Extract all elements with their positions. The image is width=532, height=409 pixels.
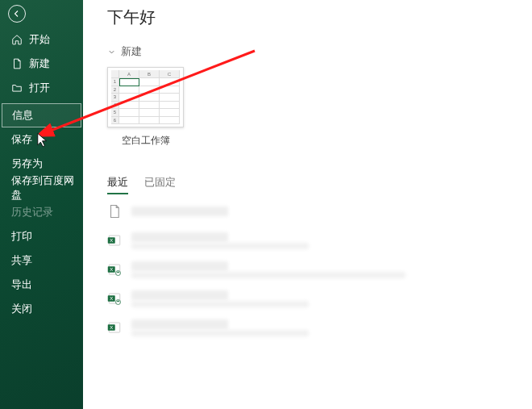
excel-shared-file-icon: X <box>107 261 122 278</box>
sidebar-item-label: 历史记录 <box>11 205 53 219</box>
sidebar-item-info[interactable]: 信息 <box>2 103 81 127</box>
sidebar-item-label: 打印 <box>11 229 32 244</box>
svg-point-12 <box>118 301 119 303</box>
new-section-toggle[interactable]: 新建 <box>107 44 532 59</box>
recent-item[interactable] <box>107 202 532 220</box>
sidebar-item-label: 信息 <box>12 108 33 123</box>
sidebar-item-print[interactable]: 打印 <box>0 224 83 248</box>
svg-point-11 <box>116 300 121 305</box>
sidebar-item-label: 导出 <box>11 278 32 292</box>
svg-point-7 <box>118 272 119 273</box>
excel-shared-file-icon: X <box>107 290 122 307</box>
recent-item[interactable]: X <box>107 232 532 249</box>
excel-file-icon: X <box>107 232 122 249</box>
svg-text:X: X <box>110 238 113 243</box>
sidebar-item-label: 新建 <box>29 56 50 71</box>
sidebar-item-new[interactable]: 新建 <box>0 52 83 76</box>
recent-list: X X X X <box>107 202 532 336</box>
sidebar-item-share[interactable]: 共享 <box>0 248 83 273</box>
generic-doc-icon <box>107 202 122 220</box>
sidebar-item-label: 保存 <box>11 132 32 147</box>
home-icon <box>11 34 23 45</box>
svg-point-6 <box>116 271 121 276</box>
back-arrow-icon <box>12 9 22 19</box>
recent-item[interactable]: X <box>107 319 532 336</box>
sidebar-item-label: 关闭 <box>11 302 32 316</box>
sidebar-item-label: 共享 <box>11 253 32 268</box>
sidebar-item-save-as[interactable]: 另存为 <box>0 152 83 176</box>
svg-text:X: X <box>110 296 113 301</box>
sidebar-item-home[interactable]: 开始 <box>0 27 83 52</box>
sidebar-item-label: 另存为 <box>11 157 43 171</box>
chevron-down-icon <box>107 48 116 56</box>
new-doc-icon <box>11 58 23 69</box>
svg-text:X: X <box>110 325 113 330</box>
sidebar-item-close[interactable]: 关闭 <box>0 297 83 321</box>
new-section-label: 新建 <box>121 44 142 59</box>
template-blank-workbook[interactable]: ABC 1 2 3 4 5 6 空白工作簿 <box>107 67 184 148</box>
sidebar-item-history: 历史记录 <box>0 200 83 224</box>
sidebar-item-save[interactable]: 保存 <box>0 127 83 152</box>
sidebar-item-label: 开始 <box>29 32 50 47</box>
excel-file-icon: X <box>107 319 122 336</box>
recent-item[interactable]: X <box>107 261 532 278</box>
template-label: 空白工作簿 <box>122 134 170 148</box>
recent-item[interactable]: X <box>107 290 532 307</box>
sidebar-item-save-baidu[interactable]: 保存到百度网盘 <box>0 176 83 200</box>
sidebar-item-open[interactable]: 打开 <box>0 76 83 100</box>
sidebar-item-label: 打开 <box>29 81 50 95</box>
tab-pinned[interactable]: 已固定 <box>144 175 176 194</box>
sidebar-item-export[interactable]: 导出 <box>0 273 83 297</box>
svg-text:X: X <box>110 267 113 272</box>
tab-recent[interactable]: 最近 <box>107 175 128 194</box>
sidebar-item-label: 保存到百度网盘 <box>11 173 83 202</box>
greeting-title: 下午好 <box>107 6 532 28</box>
back-button[interactable] <box>8 5 26 23</box>
template-thumb: ABC 1 2 3 4 5 6 <box>107 67 184 127</box>
open-folder-icon <box>11 82 23 94</box>
